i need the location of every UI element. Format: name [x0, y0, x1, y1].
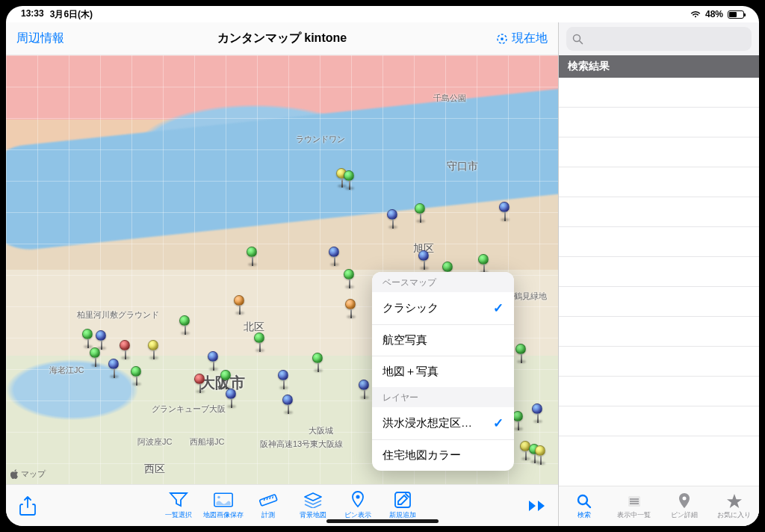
map-pin[interactable]: [278, 370, 290, 388]
save-icon: [214, 491, 233, 509]
add-icon: [393, 491, 412, 509]
checkmark-icon: ✓: [493, 415, 504, 431]
basemap-icon: [303, 491, 323, 509]
map-pin[interactable]: [194, 374, 206, 392]
popover-item[interactable]: 地図＋写真: [372, 356, 514, 387]
map-pin[interactable]: [179, 315, 191, 333]
map-pin[interactable]: [131, 366, 143, 384]
nearby-button[interactable]: 周辺情報: [16, 31, 64, 46]
map-pin[interactable]: [90, 347, 102, 365]
svg-line-7: [269, 497, 270, 499]
map-pin[interactable]: [535, 445, 547, 463]
detail-icon: [678, 493, 691, 510]
map-pin[interactable]: [96, 330, 108, 348]
map-pin[interactable]: [82, 329, 94, 347]
map-label-awaza: 阿波座JC: [137, 436, 172, 448]
list-item[interactable]: [559, 377, 759, 406]
map-pin[interactable]: [220, 370, 232, 388]
svg-point-19: [682, 496, 686, 500]
pins-icon: [348, 491, 368, 509]
toolbar-more-button[interactable]: [524, 499, 552, 513]
map-canvas[interactable]: 大阪市 守口市 北区 西区 旭区 鶴見緑地 阿波座JC 西船場JC 海老江JC …: [6, 55, 558, 484]
locate-button[interactable]: 現在地: [495, 31, 548, 46]
side-search-bar: [559, 22, 759, 55]
popover-section-layer: レイヤー: [372, 387, 514, 407]
popover-item[interactable]: 洪水浸水想定区…✓: [372, 407, 514, 439]
search-field[interactable]: [566, 27, 752, 51]
status-date: 3月6日(木): [50, 8, 93, 21]
popover-item[interactable]: 航空写真: [372, 324, 514, 356]
popover-section-basemap: ベースマップ: [372, 272, 514, 292]
toolbar-measure-button[interactable]: 計測: [247, 491, 289, 520]
svg-rect-4: [259, 495, 277, 506]
status-bar: 13:33 3月6日(木) 48%: [6, 6, 759, 22]
map-pin[interactable]: [387, 209, 399, 227]
map-pin[interactable]: [499, 202, 511, 220]
map-label-hanshin: 阪神高速13号東大阪線: [260, 439, 343, 450]
share-icon: [19, 496, 36, 516]
map-pin[interactable]: [226, 389, 238, 406]
map-pin[interactable]: [108, 359, 120, 377]
map-pin[interactable]: [254, 332, 266, 350]
tab-list[interactable]: 表示中一覧: [609, 486, 659, 526]
list-item[interactable]: [559, 167, 759, 197]
list-item[interactable]: [559, 287, 759, 317]
popover-item[interactable]: 住宅地図カラー: [372, 439, 514, 471]
map-pin[interactable]: [312, 353, 324, 371]
map-pin[interactable]: [418, 250, 430, 268]
list-item[interactable]: [559, 108, 759, 137]
list-item[interactable]: [559, 317, 759, 347]
list-item[interactable]: [559, 406, 759, 436]
map-label-moriguchi: 守口市: [447, 160, 478, 173]
share-button[interactable]: [12, 492, 43, 520]
toolbar-save-button[interactable]: 地図画像保存: [202, 491, 244, 520]
map-pin[interactable]: [359, 380, 371, 398]
toolbar-pins-button[interactable]: ピン表示: [337, 491, 379, 520]
map-pin[interactable]: [329, 247, 341, 265]
map-pin[interactable]: [478, 254, 490, 272]
map-pin[interactable]: [120, 340, 131, 358]
list-item[interactable]: [559, 227, 759, 257]
search-input[interactable]: [588, 33, 746, 46]
basemap-popover: ベースマップ クラシック✓航空写真地図＋写真 レイヤー 洪水浸水想定区…✓住宅地…: [372, 272, 514, 471]
list-item[interactable]: [559, 257, 759, 287]
map-pin[interactable]: [532, 403, 544, 421]
svg-point-3: [217, 496, 220, 498]
list-item[interactable]: [559, 197, 759, 227]
svg-line-14: [586, 504, 590, 507]
map-pin[interactable]: [344, 170, 356, 188]
map-label-nishi: 西区: [144, 463, 165, 476]
tab-detail[interactable]: ピン詳細: [659, 486, 709, 526]
list-item[interactable]: [559, 78, 759, 108]
tab-search[interactable]: 検索: [559, 486, 609, 526]
map-pin[interactable]: [512, 411, 524, 429]
map-pin[interactable]: [415, 203, 427, 221]
map-pin[interactable]: [282, 395, 294, 412]
toolbar-add-button[interactable]: 新規追加: [382, 491, 424, 520]
svg-rect-10: [395, 492, 410, 507]
list-item[interactable]: [559, 347, 759, 377]
fast-forward-icon: [528, 499, 548, 513]
map-pin[interactable]: [247, 247, 258, 265]
measure-icon: [258, 491, 278, 509]
toolbar-filter-button[interactable]: 一覧選択: [158, 491, 199, 520]
map-pin[interactable]: [515, 344, 527, 362]
map-pin[interactable]: [344, 269, 356, 287]
locate-icon: [495, 32, 509, 46]
map-label-osakajo: 大阪城: [309, 425, 333, 436]
map-pin[interactable]: [234, 295, 246, 313]
toolbar-basemap-button[interactable]: 背景地図: [292, 491, 334, 520]
side-results-list[interactable]: [559, 78, 759, 486]
map-pin[interactable]: [345, 299, 357, 317]
map-pin[interactable]: [208, 351, 220, 369]
map-pin[interactable]: [148, 340, 160, 358]
page-title: カンタンマップ kintone: [6, 31, 558, 46]
svg-line-8: [272, 496, 273, 498]
side-tabbar: 検索表示中一覧ピン詳細お気に入り: [559, 486, 759, 526]
tab-fav[interactable]: お気に入り: [709, 486, 759, 526]
svg-point-1: [501, 37, 504, 40]
list-item[interactable]: [559, 137, 759, 167]
home-indicator: [326, 519, 439, 523]
popover-item[interactable]: クラシック✓: [372, 292, 514, 324]
map-attribution: マップ: [10, 468, 46, 480]
